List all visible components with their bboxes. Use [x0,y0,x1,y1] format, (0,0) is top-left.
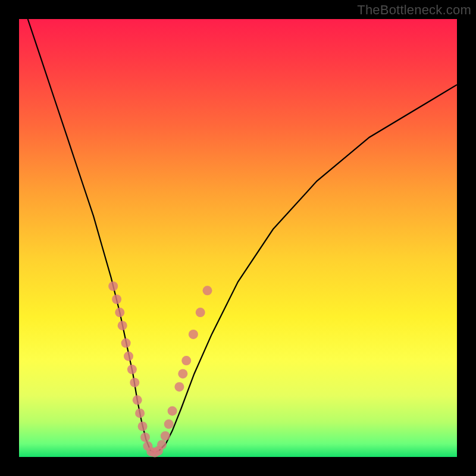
data-marker [164,419,174,429]
data-marker [133,395,142,405]
data-marker [203,286,212,295]
chart-container: TheBottleneck.com [0,0,476,476]
data-marker [115,308,124,317]
data-marker [112,295,121,304]
data-marker [168,406,177,416]
data-marker [174,382,184,392]
data-marker [127,365,137,374]
data-marker [130,378,139,387]
data-marker [196,308,205,317]
data-marker [181,356,191,365]
plot-area [19,19,457,457]
chart-svg [19,19,457,457]
data-marker [178,369,187,378]
curve-line [28,19,457,453]
data-marker [140,433,150,442]
data-marker [124,352,133,361]
data-marker [135,408,145,418]
data-marker [118,321,127,330]
data-marker [108,281,118,291]
data-marker [161,431,170,441]
data-marker [189,330,198,339]
data-marker [157,440,167,449]
watermark-text: TheBottleneck.com [357,2,471,18]
data-marker [138,422,148,431]
data-marker [121,339,131,348]
